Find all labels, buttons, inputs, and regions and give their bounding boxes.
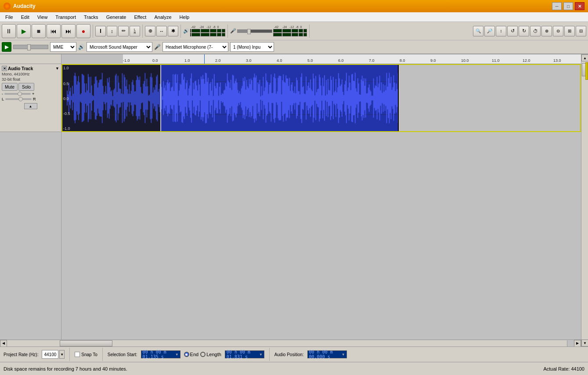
project-rate-number: 44100 [44,352,56,357]
input-meter-area: 🔊 -42-24-12-60 [183,25,225,36]
track-below-empty [0,132,61,339]
multi-tool-button[interactable]: ✱ [168,26,178,36]
audio-position-label: Audio Position: [274,352,304,357]
yellow-scroll-indicator [585,62,588,80]
timeshift-tool-button[interactable]: ↔ [156,26,167,36]
selection-start-time[interactable]: 00 h 00 m 01.135 s ▼ [141,350,180,358]
track-name-bar: ✕ Audio Track ▼ [2,66,59,71]
vscroll-down-button[interactable]: ▼ [581,339,588,346]
vscroll-track[interactable] [581,61,588,339]
selection-tool-button[interactable]: I [95,26,106,36]
horizontal-scrollbar: ◀ ▶ [0,339,581,346]
ruler-tick-8: 8.0 [400,58,405,63]
project-rate-dropdown[interactable]: ▼ [59,350,65,359]
sel-start-arrow[interactable]: ▼ [175,353,179,357]
waveform-track[interactable]: 1.0 0.5 0.0 -0.5 -1.0 [61,64,581,132]
menu-edit[interactable]: Edit [18,14,33,21]
stop-button[interactable]: ■ [32,24,46,38]
menu-transport[interactable]: Transport [52,14,79,21]
audio-host-select[interactable]: MME [50,42,76,52]
ruler-tick-12: 12.0 [523,58,530,63]
maximize-button[interactable]: □ [563,2,573,10]
zoom-in-button[interactable]: 🔍 [473,26,483,36]
hscroll-thumb[interactable] [60,340,112,346]
sel-end-arrow[interactable]: ▼ [259,353,263,357]
input-device-icon: 🎤 [154,44,161,50]
fit-tracks-button[interactable]: ↕ [496,26,506,36]
waveform-empty-area [61,132,581,339]
gain-minus: - [2,92,3,96]
zoom-sel-button[interactable]: ⊞ [564,26,575,36]
project-rate-control: 44100 ▼ [42,350,65,359]
pan-thumb[interactable] [18,97,23,101]
ruler-tick-10: 10.0 [461,58,469,63]
solo-button[interactable]: Solo [18,83,34,91]
zoom-reset-button[interactable]: ⊟ [576,26,586,36]
pan-slider[interactable] [5,98,32,100]
toolbars: ⏸ ▶ ■ ⏮ ⏭ ● I ↕ ✏ LR ⊕ ↔ ✱ 🔊 -42-24-12-6… [0,22,588,54]
rewind-button[interactable]: ⏮ [47,24,61,38]
ruler-tick-9: 9.0 [430,58,436,63]
amplitude-label-n05: -0.5 [62,111,70,116]
track-close-button[interactable]: ✕ [2,66,7,71]
hscroll-track[interactable] [7,340,574,346]
hscroll-left-button[interactable]: ◀ [0,340,7,347]
collapse-button[interactable]: ▲ [24,103,37,109]
ruler-labels: -1.0 0.0 1.0 2.0 3.0 4.0 5.0 6.0 7.0 8.0… [123,54,581,64]
zoom-fit-button[interactable]: ⊕ [541,26,552,36]
input-level-slider[interactable] [237,29,272,33]
play-small-button[interactable]: ▶ [2,42,11,52]
actual-rate: Actual Rate: 44100 [543,366,584,371]
vscroll-up-button[interactable]: ▲ [581,54,588,61]
sel-end-value: 00 h 00 m 01.831 s [227,350,259,359]
menu-generate[interactable]: Generate [103,14,130,21]
draw-tool-button[interactable]: ✏ [118,26,129,36]
track-dropdown-icon[interactable]: ▼ [55,66,59,71]
zoom-tool-button[interactable]: ⊕ [145,26,155,36]
status-message: Disk space remains for recording 7 hours… [4,366,127,371]
menu-view[interactable]: View [34,14,51,21]
snap-to-checkbox[interactable] [75,352,80,357]
menu-tracks[interactable]: Tracks [80,14,102,21]
menu-analyze[interactable]: Analyze [151,14,175,21]
zoom-fit2-button[interactable]: ⊖ [553,26,563,36]
menu-file[interactable]: File [2,14,17,21]
record-button[interactable]: ● [76,24,90,38]
menu-help[interactable]: Help [176,14,193,21]
ruler-tick-11: 11.0 [492,58,500,63]
envelope-tool-button[interactable]: ↕ [107,26,117,36]
end-radio[interactable] [184,352,189,357]
minimize-button[interactable]: ─ [552,2,562,10]
input-db-scale: -42-24-12-60 [273,25,307,29]
app-title: Audacity [13,3,552,9]
collapse-row: ▲ [2,103,59,109]
playback-speed-slider[interactable] [13,45,48,49]
hscroll-right-button[interactable]: ▶ [574,340,581,347]
menu-effect[interactable]: Effect [131,14,150,21]
output-device-select[interactable]: Microsoft Sound Mapper [87,42,152,52]
bottom-sep-2 [102,348,103,361]
length-radio[interactable] [200,352,206,357]
close-button[interactable]: ✕ [575,2,584,10]
play-button[interactable]: ▶ [17,24,31,38]
gain-thumb[interactable] [18,92,22,96]
audio-position-time[interactable]: 00 h 00 m 00.000 s ▼ [307,350,347,358]
input-device-select[interactable]: Headset Microphone (7- [162,42,228,52]
gain-slider[interactable] [4,93,31,95]
mic-icon: 🎤 [230,28,236,34]
timer-button[interactable]: ⏱ [530,26,541,36]
selection-end-time[interactable]: 00 h 00 m 01.831 s ▼ [225,350,264,358]
ff-button[interactable]: ⏭ [61,24,76,38]
audio-pos-value: 00 h 00 m 00.000 s [309,350,341,359]
mute-button[interactable]: Mute [2,83,18,91]
audio-pos-arrow[interactable]: ▼ [342,353,345,357]
input-channels-select[interactable]: 1 (Mono) Inpu [230,42,274,52]
zoom-out-button[interactable]: 🔎 [484,26,495,36]
input-meter-display[interactable]: -42-24-12-60 [273,25,307,36]
undo-button[interactable]: ↺ [507,26,518,36]
track-control-panel: ✕ Audio Track ▼ Mono, 44100Hz 32-bit flo… [0,64,61,132]
pause-button[interactable]: ⏸ [2,24,16,38]
output-meter[interactable]: -42-24-12-60 [190,25,225,36]
output-db-scale: -42-24-12-60 [190,25,225,29]
redo-button[interactable]: ↻ [519,26,529,36]
